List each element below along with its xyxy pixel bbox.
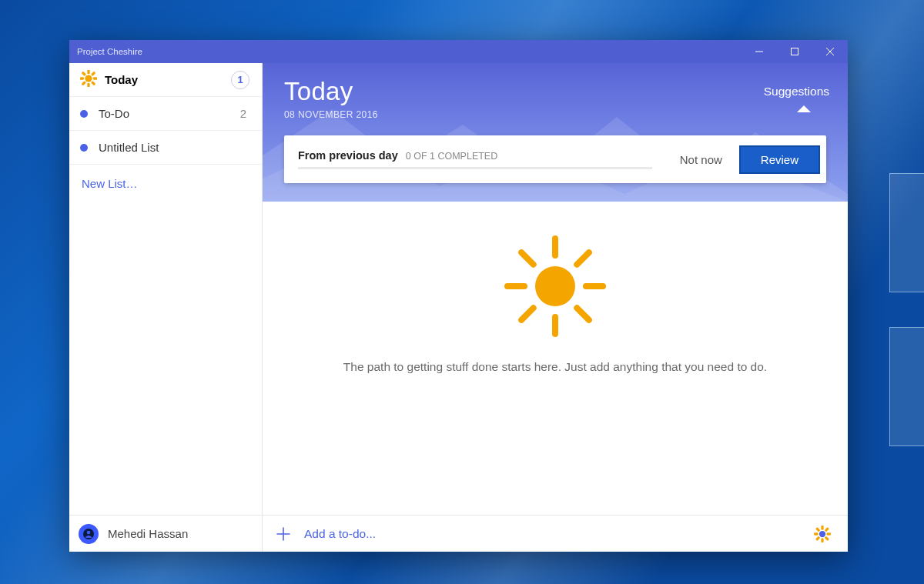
svg-line-29 [826, 529, 828, 530]
sidebar-item-todo[interactable]: To-Do 2 [69, 97, 262, 131]
sidebar-item-untitled-list[interactable]: Untitled List [69, 131, 262, 165]
svg-line-28 [817, 537, 819, 539]
not-now-button[interactable]: Not now [680, 153, 722, 166]
svg-line-14 [577, 252, 589, 265]
sidebar-item-label: To-Do [99, 107, 240, 120]
window-title: Project Cheshire [77, 47, 742, 56]
sidebar-item-count: 1 [231, 71, 249, 89]
add-todo-bar [263, 515, 848, 552]
svg-point-21 [819, 530, 825, 536]
sidebar-item-label: Today [105, 73, 231, 86]
sidebar-item-count: 2 [240, 107, 249, 120]
titlebar[interactable]: Project Cheshire [69, 40, 848, 63]
svg-line-18 [521, 308, 534, 320]
bullet-icon [80, 110, 88, 118]
card-heading: From previous day [298, 149, 398, 162]
svg-line-20 [521, 252, 534, 265]
page-date: 08 NOVEMBER 2016 [284, 109, 826, 120]
theme-sun-button[interactable] [809, 526, 835, 542]
caret-up-icon [797, 105, 811, 112]
close-button[interactable] [812, 40, 848, 63]
page-title: Today [284, 77, 826, 106]
user-footer[interactable]: Mehedi Hassan [69, 515, 262, 552]
empty-message: The path to getting stuff done starts he… [343, 360, 767, 374]
svg-line-9 [92, 73, 94, 75]
svg-line-16 [577, 308, 589, 320]
avatar-icon [79, 524, 99, 544]
svg-line-26 [817, 529, 819, 530]
minimize-button[interactable] [742, 40, 777, 63]
new-list-button[interactable]: New List… [69, 165, 262, 202]
review-button[interactable]: Review [739, 145, 820, 174]
add-todo-input[interactable] [304, 527, 809, 541]
sun-icon [501, 232, 609, 343]
svg-point-11 [87, 530, 91, 534]
plus-icon[interactable] [275, 526, 292, 542]
svg-line-8 [83, 82, 85, 84]
svg-point-1 [85, 75, 92, 82]
app-window: Project Cheshire [69, 40, 848, 552]
user-name: Mehedi Hassan [108, 527, 188, 540]
svg-line-6 [83, 73, 85, 75]
sun-icon [80, 70, 97, 89]
card-progress-text: 0 OF 1 COMPLETED [406, 151, 497, 162]
previous-day-card: From previous day 0 OF 1 COMPLETED Not n… [284, 135, 826, 183]
bullet-icon [80, 144, 88, 152]
sidebar-item-label: Untitled List [99, 141, 249, 154]
empty-state: The path to getting stuff done starts he… [263, 202, 848, 515]
main-pane: Today 08 NOVEMBER 2016 Suggestions From … [263, 63, 848, 552]
sidebar: Today 1 To-Do 2 Untitled List New List… … [69, 63, 263, 552]
desktop-snap-target-top [889, 173, 924, 292]
svg-line-7 [92, 82, 94, 84]
svg-point-12 [535, 266, 575, 306]
progress-bar [298, 167, 652, 169]
svg-line-27 [826, 537, 828, 539]
svg-rect-0 [792, 48, 798, 55]
hero-banner: Today 08 NOVEMBER 2016 Suggestions From … [263, 63, 848, 202]
desktop-snap-target-bottom [889, 327, 924, 446]
suggestions-button[interactable]: Suggestions [764, 85, 829, 98]
maximize-button[interactable] [777, 40, 812, 63]
sidebar-item-today[interactable]: Today 1 [69, 63, 262, 97]
